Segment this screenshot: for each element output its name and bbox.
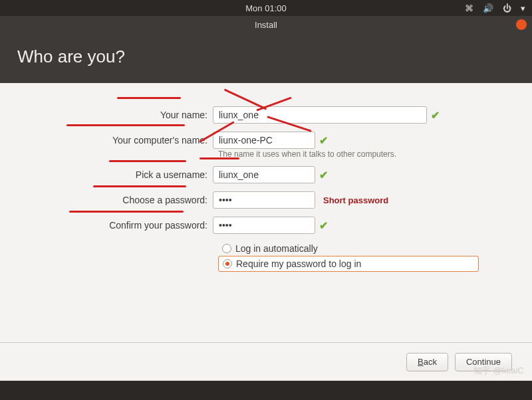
name-label: Your name: xyxy=(27,110,213,120)
clock: Mon 01:00 xyxy=(245,3,286,13)
annotation-scribble xyxy=(69,211,184,213)
radio-icon xyxy=(222,244,231,253)
username-input[interactable] xyxy=(213,166,315,183)
system-topbar: Mon 01:00 ⌘ 🔊 ⏻ ▾ xyxy=(0,0,532,16)
radio-login-auto[interactable]: Log in automatically xyxy=(218,241,505,256)
window-title: Install xyxy=(255,20,277,30)
power-icon[interactable]: ⏻ xyxy=(503,3,511,13)
username-label: Pick a username: xyxy=(27,169,213,180)
check-icon: ✔ xyxy=(319,169,328,181)
check-icon: ✔ xyxy=(431,109,440,122)
annotation-scribble xyxy=(109,160,186,162)
network-icon[interactable]: ⌘ xyxy=(465,3,473,13)
chevron-down-icon[interactable]: ▾ xyxy=(521,3,525,13)
computer-label: Your computer's name: xyxy=(27,135,213,146)
check-icon: ✔ xyxy=(319,134,328,147)
confirm-input[interactable] xyxy=(213,217,315,234)
password-label: Choose a password: xyxy=(27,195,213,205)
window-titlebar: Install xyxy=(0,16,532,33)
computer-input[interactable] xyxy=(213,132,315,149)
topbar-tray: ⌘ 🔊 ⏻ ▾ xyxy=(465,3,525,13)
confirm-label: Confirm your password: xyxy=(27,220,213,231)
page-title: Who are you? xyxy=(0,33,532,83)
computer-helper: The name it uses when it talks to other … xyxy=(218,150,505,159)
watermark: 知乎 @keaiC xyxy=(473,365,524,377)
name-input[interactable] xyxy=(213,106,427,124)
radio-label: Log in automatically xyxy=(235,243,318,254)
check-icon: ✔ xyxy=(319,219,328,232)
radio-icon xyxy=(223,259,232,268)
password-input[interactable] xyxy=(213,191,315,209)
annotation-scribble xyxy=(66,124,185,126)
wizard-footer: Back Continue xyxy=(0,342,532,381)
password-warning: Short password xyxy=(323,195,388,205)
radio-label: Require my password to log in xyxy=(236,258,361,269)
radio-require-password[interactable]: Require my password to log in xyxy=(218,256,479,272)
annotation-scribble xyxy=(93,185,186,187)
close-icon[interactable] xyxy=(516,19,527,30)
volume-icon[interactable]: 🔊 xyxy=(483,3,493,13)
login-radio-group: Log in automatically Require my password… xyxy=(218,241,505,272)
back-button[interactable]: Back xyxy=(406,353,448,371)
annotation-scribble xyxy=(117,97,181,99)
install-form: Your name: ✔ Your computer's name: ✔ The… xyxy=(0,83,532,381)
